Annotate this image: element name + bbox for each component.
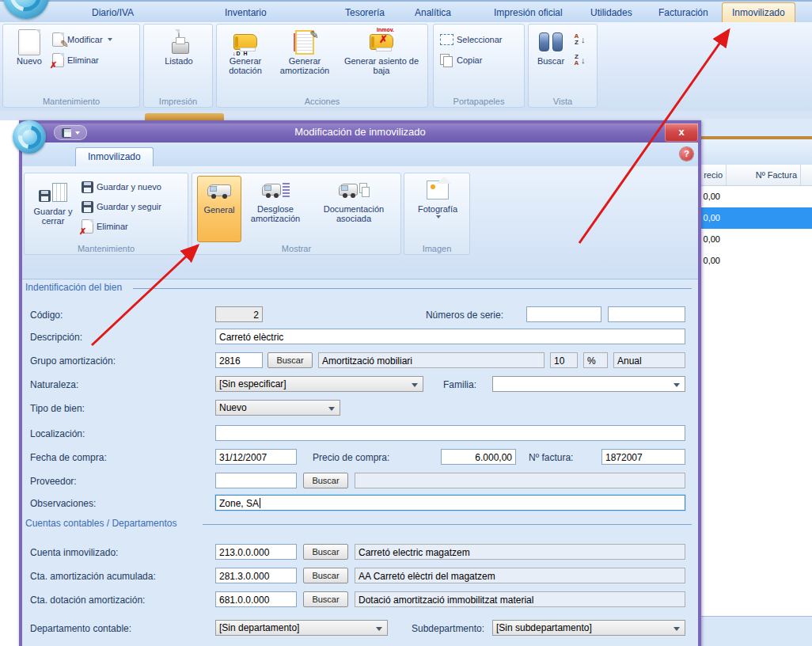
group-impresion: Listado Impresión [143, 24, 213, 108]
tab-inventario[interactable]: Inventario [215, 3, 276, 22]
sort-az-icon: AZ↓ [573, 33, 586, 46]
n-factura-input[interactable]: 1872007 [601, 449, 685, 465]
numero-serie-1-input[interactable] [526, 306, 601, 322]
tab-tesoreria[interactable]: Tesorería [336, 3, 394, 22]
proveedor-input[interactable] [215, 473, 297, 488]
grupo-amortizacion-label: Grupo amortización: [30, 352, 116, 370]
codigo-field: 2 [215, 306, 263, 322]
guardar-cerrar-button[interactable]: Guardar y cerrar [28, 178, 78, 226]
localizacion-input[interactable] [215, 425, 685, 441]
van-list-icon [262, 176, 290, 204]
cta-dotacion-nombre-field: Dotació amortització immobilitzat materi… [355, 591, 685, 607]
observaciones-input[interactable]: Zone, SA [215, 495, 685, 511]
cta-dotacion-input[interactable]: 681.0.0.000 [215, 591, 297, 607]
guardar-seguir-button[interactable]: Guardar y seguir [82, 200, 161, 214]
buscar-button[interactable]: Buscar [532, 28, 570, 66]
listado-button[interactable]: Listado [157, 28, 200, 66]
main-ribbon: Nuevo Modificar Eliminar Mantenimiento L… [0, 22, 812, 112]
numero-serie-2-input[interactable] [608, 306, 685, 322]
tab-inmovilizado[interactable]: Inmovilizado [722, 2, 795, 22]
cuenta-nombre-field: Carretó electric magatzem [355, 544, 685, 560]
proveedor-label: Proveedor: [30, 473, 77, 490]
familia-dropdown[interactable] [492, 376, 685, 392]
porcentaje-sign-field: % [583, 352, 608, 368]
section-title-cuentas: Cuentas contables / Departamentos [25, 518, 176, 529]
tipo-bien-dropdown[interactable]: Nuevo [215, 400, 340, 416]
notebook-pencil-icon [295, 30, 314, 55]
van-documents-icon [339, 176, 369, 204]
n-factura-label: Nº factura: [529, 449, 573, 466]
grupo-codigo-input[interactable]: 2816 [215, 352, 263, 368]
proveedor-buscar-button[interactable]: Buscar [303, 473, 348, 488]
modificar-button[interactable]: Modificar [52, 32, 112, 47]
section-divider [203, 524, 692, 525]
dialog-tab-inmovilizado[interactable]: Inmovilizado [75, 147, 154, 166]
cuenta-inmovilizado-input[interactable]: 213.0.0.000 [215, 544, 297, 560]
tab-utilidades[interactable]: Utilidades [581, 3, 642, 22]
group-acciones: ↓D H Generar dotación Generar amortizaci… [216, 24, 428, 108]
cuenta-buscar-button[interactable]: Buscar [303, 544, 348, 560]
subdepartamento-dropdown[interactable]: [Sin subdepartamento] [492, 620, 685, 636]
general-button[interactable]: General [197, 176, 241, 242]
column-header-factura[interactable]: Nº Factura [727, 165, 801, 185]
grupo-nombre-field: Amortització mobiliari [318, 352, 544, 368]
table-row-selected[interactable]: 0,00 [701, 207, 812, 229]
cta-amortizacion-label: Cta. amortización acumulada: [30, 568, 156, 585]
tab-facturacion[interactable]: Facturación [649, 3, 718, 22]
photo-landscape-icon [427, 180, 449, 200]
nuevo-button[interactable]: Nuevo [9, 28, 49, 66]
background-toolbar-area [701, 139, 812, 165]
dialog-eliminar-button[interactable]: Eliminar [82, 219, 128, 234]
new-document-icon [18, 29, 40, 55]
tab-analitica[interactable]: Analítica [405, 3, 461, 22]
cta-amortizacion-buscar-button[interactable]: Buscar [303, 568, 348, 583]
descripcion-input[interactable]: Carretó elèctric [215, 329, 685, 344]
fotografia-button[interactable]: Fotografía [409, 176, 466, 218]
copiar-button[interactable]: Copiar [440, 53, 482, 67]
cta-amortizacion-nombre-field: AA Carretó elèctri del magatzem [355, 568, 685, 583]
background-window-area [701, 119, 812, 136]
group-label-portapapeles: Portapapeles [434, 97, 524, 106]
dialog-app-logo-icon[interactable] [13, 120, 46, 154]
table-row[interactable]: 0,00 [701, 229, 812, 250]
naturaleza-dropdown[interactable]: [Sin especificar] [215, 376, 423, 392]
fecha-compra-label: Fecha de compra: [30, 449, 107, 466]
column-header-precio[interactable]: recio [701, 165, 727, 185]
sort-za-button[interactable]: ZA↓ [573, 53, 586, 67]
group-mantenimiento: Nuevo Modificar Eliminar Mantenimiento [2, 24, 140, 108]
table-row[interactable]: 0,00 [701, 186, 812, 207]
dialog-title-bar[interactable]: Modificación de inmovilizado x [22, 124, 698, 142]
ledger-book-baja-icon: Inmov.✗ [370, 34, 393, 50]
numeros-serie-label: Números de serie: [402, 306, 503, 324]
quick-save-button[interactable] [54, 125, 87, 140]
help-icon[interactable] [680, 147, 693, 161]
departamento-dropdown[interactable]: [Sin departamento] [215, 620, 388, 636]
printer-icon [172, 42, 189, 54]
group-label: Imagen [404, 244, 469, 253]
cta-dotacion-buscar-button[interactable]: Buscar [303, 591, 348, 607]
documentacion-asociada-button[interactable]: Documentación asociada [309, 176, 398, 223]
close-button[interactable]: x [665, 124, 698, 142]
desglose-amortizacion-button[interactable]: Desglose amortización [245, 176, 306, 223]
generar-dotacion-button[interactable]: ↓D H Generar dotación [222, 28, 269, 75]
tab-diario-iva[interactable]: Diario/IVA [82, 3, 143, 22]
tab-impresion-oficial[interactable]: Impresión oficial [484, 3, 572, 22]
seleccionar-button[interactable]: Seleccionar [440, 32, 502, 47]
section-divider [133, 288, 692, 289]
group-label-acciones: Acciones [217, 97, 427, 106]
selection-rectangle-icon [440, 34, 453, 45]
grupo-buscar-button[interactable]: Buscar [268, 352, 313, 368]
copy-pages-icon [440, 54, 453, 66]
fecha-compra-input[interactable]: 31/12/2007 [215, 449, 297, 465]
generar-amortizacion-button[interactable]: Generar amortización [274, 28, 336, 75]
cta-amortizacion-input[interactable]: 281.3.0.000 [215, 568, 297, 583]
dialog-tab-bar: Inmovilizado [22, 142, 698, 167]
table-row[interactable]: 0,00 [701, 250, 812, 272]
generar-asiento-baja-button[interactable]: Inmov.✗ Generar asiento de baja [340, 28, 423, 75]
sort-az-button[interactable]: AZ↓ [573, 32, 586, 47]
cta-dotacion-label: Cta. dotación amortización: [30, 591, 145, 609]
chevron-down-icon [436, 215, 441, 218]
guardar-nuevo-button[interactable]: Guardar y nuevo [82, 180, 161, 194]
eliminar-button[interactable]: Eliminar [52, 53, 99, 67]
precio-compra-input[interactable]: 6.000,00 [441, 449, 516, 465]
